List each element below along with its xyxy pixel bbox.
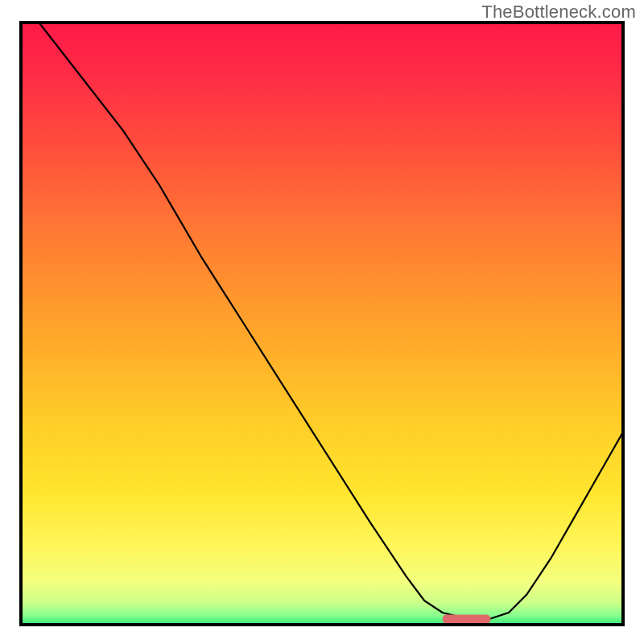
chart-container: { "watermark": "TheBottleneck.com", "cha… [0,0,644,644]
highlight-marker [443,615,491,624]
watermark-text: TheBottleneck.com [481,2,636,23]
plot-background [21,23,623,625]
chart-svg [0,0,644,644]
